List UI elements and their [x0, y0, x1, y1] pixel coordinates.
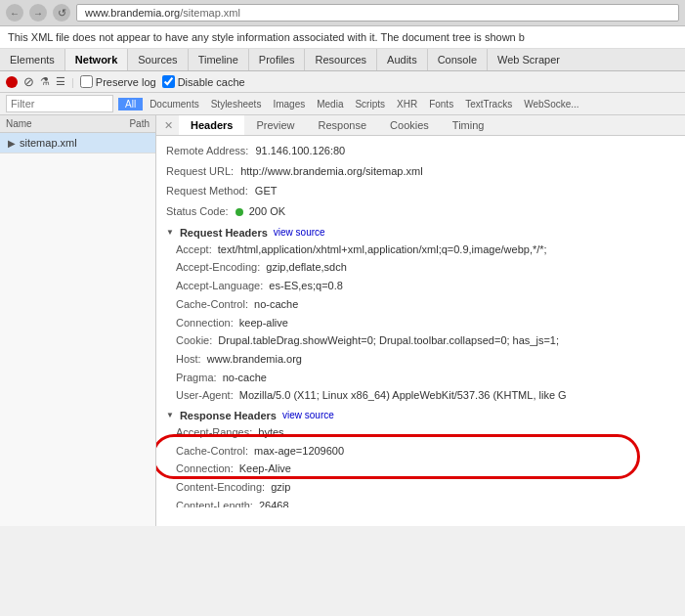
- tab-profiles[interactable]: Profiles: [249, 49, 306, 70]
- status-code-label: Status Code:: [166, 205, 229, 217]
- accept-ranges-label: Accept-Ranges:: [176, 426, 252, 438]
- tab-network[interactable]: Network: [65, 49, 128, 70]
- right-panel: ✕ Headers Preview Response Cookies Timin…: [156, 115, 685, 526]
- tab-audits[interactable]: Audits: [377, 49, 428, 70]
- cookie-label: Cookie:: [176, 334, 212, 346]
- content-encoding-value: gzip: [271, 481, 290, 493]
- user-agent-row: User-Agent: Mozilla/5.0 (X11; Linux x86_…: [176, 386, 675, 405]
- filter-websockets[interactable]: WebSocke...: [519, 98, 584, 110]
- preserve-log-label[interactable]: Preserve log: [80, 75, 156, 88]
- tab-resources[interactable]: Resources: [305, 49, 377, 70]
- filter-documents[interactable]: Documents: [145, 98, 204, 110]
- accept-language-row: Accept-Language: es-ES,es;q=0.8: [176, 277, 675, 295]
- name-column-header: Name: [6, 118, 129, 129]
- request-method-row: Request Method: GET: [166, 181, 675, 201]
- cache-control-req-row: Cache-Control: no-cache: [176, 295, 675, 314]
- details-content: Remote Address: 91.146.100.126:80 Reques…: [156, 136, 685, 507]
- tab-elements[interactable]: Elements: [0, 49, 65, 70]
- filter-images[interactable]: Images: [268, 98, 310, 110]
- record-button[interactable]: [6, 76, 18, 88]
- accept-language-label: Accept-Language:: [176, 280, 263, 291]
- tab-preview[interactable]: Preview: [244, 115, 306, 135]
- content-encoding-row: Content-Encoding: gzip: [176, 478, 675, 497]
- tab-timeline[interactable]: Timeline: [189, 49, 249, 70]
- list-view-icon[interactable]: ☰: [56, 75, 65, 88]
- cache-control-res-row: Cache-Control: max-age=1209600: [176, 442, 675, 461]
- view-source-link-2[interactable]: view source: [282, 410, 334, 420]
- response-headers-list: Accept-Ranges: bytes Cache-Control: max-…: [166, 423, 675, 507]
- request-headers-list: Accept: text/html,application/xhtml+xml,…: [166, 241, 675, 405]
- disable-cache-checkbox[interactable]: [162, 75, 175, 88]
- remote-address-label: Remote Address:: [166, 145, 248, 156]
- left-panel: Name Path ▶ sitemap.xml: [0, 115, 156, 526]
- host-value: www.brandemia.org: [207, 353, 302, 365]
- request-headers-section-header[interactable]: ▼ Request Headers view source: [166, 222, 675, 241]
- filter-bar: All Documents Stylesheets Images Media S…: [0, 93, 685, 115]
- filter-toggle-icon[interactable]: ⚗: [40, 75, 50, 88]
- tab-timing[interactable]: Timing: [441, 115, 496, 135]
- accept-ranges-row: Accept-Ranges: bytes: [176, 423, 675, 442]
- disable-cache-label[interactable]: Disable cache: [162, 75, 245, 88]
- user-agent-value: Mozilla/5.0 (X11; Linux x86_64) AppleWeb…: [239, 389, 567, 401]
- connection-res-label: Connection:: [176, 462, 234, 474]
- tab-headers[interactable]: Headers: [179, 115, 244, 135]
- all-filter-button[interactable]: All: [118, 98, 143, 110]
- panel-tab-bar: ✕ Headers Preview Response Cookies Timin…: [156, 115, 685, 136]
- main-area: Name Path ▶ sitemap.xml ✕ Headers Previe…: [0, 115, 685, 526]
- tab-response[interactable]: Response: [307, 115, 379, 135]
- request-url-label: Request URL:: [166, 165, 234, 177]
- tab-sources[interactable]: Sources: [128, 49, 188, 70]
- address-bar[interactable]: www.brandemia.org/sitemap.xml: [76, 4, 679, 22]
- address-domain: www.brandemia.org: [85, 7, 180, 19]
- connection-req-label: Connection:: [176, 317, 234, 329]
- filter-stylesheets[interactable]: Stylesheets: [206, 98, 267, 110]
- request-method-label: Request Method:: [166, 185, 248, 197]
- reload-button[interactable]: ↺: [53, 4, 70, 22]
- tab-cookies[interactable]: Cookies: [378, 115, 441, 135]
- request-url-row: Request URL: http://www.brandemia.org/si…: [166, 161, 675, 182]
- forward-button[interactable]: →: [29, 4, 47, 22]
- connection-req-value: keep-alive: [239, 317, 288, 329]
- filter-texttracks[interactable]: TextTracks: [460, 98, 517, 110]
- host-row: Host: www.brandemia.org: [176, 350, 675, 369]
- list-item[interactable]: ▶ sitemap.xml: [0, 133, 155, 154]
- accept-row: Accept: text/html,application/xhtml+xml,…: [176, 241, 675, 259]
- view-source-link[interactable]: view source: [274, 227, 325, 238]
- filter-input[interactable]: [6, 95, 113, 112]
- content-length-label: Content-Length:: [176, 500, 253, 507]
- file-name: sitemap.xml: [20, 137, 77, 149]
- accept-encoding-row: Accept-Encoding: gzip,deflate,sdch: [176, 258, 675, 277]
- cache-control-req-label: Cache-Control:: [176, 298, 248, 310]
- cookie-value: Drupal.tableDrag.showWeight=0; Drupal.to…: [218, 334, 559, 346]
- user-agent-label: User-Agent:: [176, 389, 234, 401]
- tab-webscraper[interactable]: Web Scraper: [488, 49, 570, 70]
- filter-xhr[interactable]: XHR: [392, 98, 422, 110]
- triangle-icon: ▼: [166, 228, 174, 237]
- cookie-row: Cookie: Drupal.tableDrag.showWeight=0; D…: [176, 331, 675, 350]
- status-code-row: Status Code: 200 OK: [166, 201, 675, 222]
- response-headers-section-header[interactable]: ▼ Response Headers view source: [166, 405, 675, 423]
- accept-label: Accept:: [176, 243, 212, 255]
- filter-media[interactable]: Media: [312, 98, 348, 110]
- cache-control-res-label: Cache-Control:: [176, 445, 248, 457]
- left-panel-header: Name Path: [0, 115, 155, 133]
- clear-button[interactable]: ⊘: [23, 74, 34, 89]
- file-icon: ▶: [8, 138, 16, 149]
- tab-console[interactable]: Console: [428, 49, 488, 70]
- pragma-value: no-cache: [223, 372, 267, 383]
- status-code-value: 200 OK: [249, 205, 285, 217]
- remote-address-row: Remote Address: 91.146.100.126:80: [166, 141, 675, 161]
- connection-res-value: Keep-Alive: [239, 462, 291, 474]
- request-url-value: http://www.brandemia.org/sitemap.xml: [240, 165, 422, 177]
- preserve-log-checkbox[interactable]: [80, 75, 93, 88]
- panel-close-button[interactable]: ✕: [158, 116, 179, 135]
- triangle-icon-2: ▼: [166, 411, 174, 419]
- pragma-row: Pragma: no-cache: [176, 369, 675, 387]
- filter-fonts[interactable]: Fonts: [424, 98, 458, 110]
- devtools-tab-bar: Elements Network Sources Timeline Profil…: [0, 49, 685, 71]
- filter-scripts[interactable]: Scripts: [350, 98, 390, 110]
- back-button[interactable]: ←: [6, 4, 23, 22]
- connection-req-row: Connection: keep-alive: [176, 314, 675, 332]
- cache-control-res-value: max-age=1209600: [254, 445, 344, 457]
- status-dot: [235, 208, 243, 216]
